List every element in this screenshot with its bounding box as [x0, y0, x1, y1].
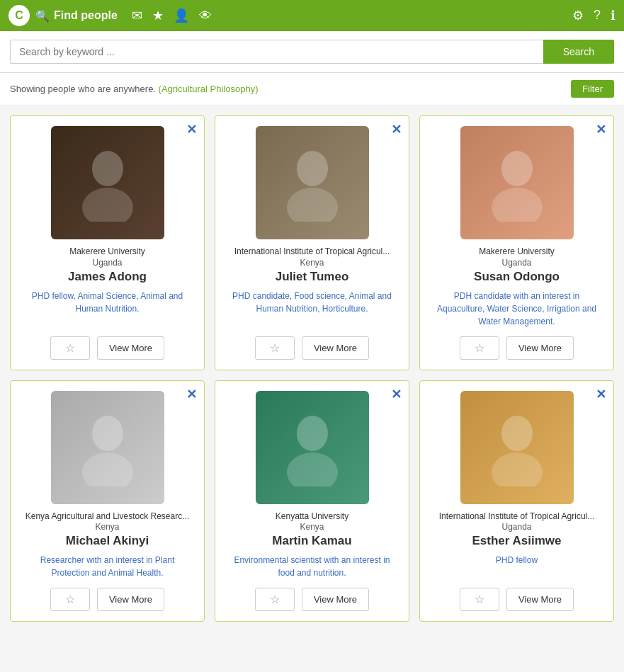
top-nav: C 🔍 Find people ✉ ★ 👤 👁 ⚙ ? ℹ [0, 0, 624, 31]
search-input[interactable] [10, 40, 543, 64]
svg-point-10 [501, 416, 533, 451]
nav-icons: ✉ ★ 👤 👁 [132, 8, 212, 23]
description-james-adong: PHD fellow, Animal Science, Animal and H… [21, 290, 194, 328]
star-button-martin-kamau[interactable]: ☆ [255, 588, 295, 611]
view-more-button-susan-odongo[interactable]: View More [506, 336, 574, 360]
svg-point-1 [82, 188, 133, 222]
institution-michael-akinyi: Kenya Agricultural and Livestock Researc… [25, 511, 189, 523]
filter-button[interactable]: Filter [571, 80, 614, 98]
country-martin-kamau: Kenya [300, 522, 324, 532]
institution-juliet-tumeo: International Institute of Tropical Agri… [234, 246, 390, 258]
close-button-susan-odongo[interactable]: ✕ [596, 123, 606, 136]
country-james-adong: Uganda [92, 258, 122, 268]
avatar-silhouette [79, 144, 136, 222]
institution-susan-odongo: Makerere University [479, 246, 555, 258]
mail-icon[interactable]: ✉ [132, 8, 142, 23]
avatar-silhouette [284, 144, 341, 222]
svg-point-11 [492, 452, 543, 486]
help-icon[interactable]: ? [594, 8, 601, 23]
card-actions-juliet-tumeo: ☆ View More [225, 336, 399, 360]
card-actions-martin-kamau: ☆ View More [225, 588, 399, 611]
institution-james-adong: Makerere University [69, 246, 145, 258]
avatar-susan-odongo [460, 126, 574, 239]
institution-esther-asiimwe: International Institute of Tropical Agri… [439, 511, 594, 523]
search-bar: Search [0, 31, 624, 73]
star-icon[interactable]: ★ [152, 8, 164, 23]
view-more-button-martin-kamau[interactable]: View More [302, 588, 369, 611]
close-button-michael-akinyi[interactable]: ✕ [186, 388, 197, 401]
eye-icon[interactable]: 👁 [199, 8, 212, 23]
country-susan-odongo: Uganda [501, 258, 531, 268]
institution-martin-kamau: Kenyatta University [276, 511, 348, 523]
country-esther-asiimwe: Uganda [501, 522, 531, 532]
close-button-martin-kamau[interactable]: ✕ [391, 388, 402, 401]
avatar-image-juliet-tumeo [256, 126, 369, 239]
star-button-susan-odongo[interactable]: ☆ [460, 336, 499, 360]
name-martin-kamau: Martin Kamau [272, 534, 351, 548]
name-juliet-tumeo: Juliet Tumeo [276, 270, 349, 284]
country-michael-akinyi: Kenya [95, 522, 119, 532]
view-more-button-esther-asiimwe[interactable]: View More [506, 588, 574, 611]
card-james-adong: ✕ Makerere University Uganda James Adong… [10, 115, 205, 370]
svg-point-6 [92, 416, 123, 451]
star-button-michael-akinyi[interactable]: ☆ [50, 588, 90, 611]
avatar-james-adong [51, 126, 164, 239]
svg-point-7 [82, 452, 133, 486]
search-icon-nav: 🔍 [35, 9, 50, 23]
star-button-esther-asiimwe[interactable]: ☆ [460, 588, 499, 611]
card-actions-michael-akinyi: ☆ View More [21, 588, 194, 611]
svg-point-4 [501, 151, 533, 186]
close-button-james-adong[interactable]: ✕ [186, 123, 197, 136]
avatar-silhouette [489, 144, 545, 222]
avatar-image-james-adong [51, 126, 164, 239]
filter-text: Showing people who are anywhere. (Agricu… [10, 84, 564, 94]
view-more-button-juliet-tumeo[interactable]: View More [302, 336, 369, 360]
cards-container: ✕ Makerere University Uganda James Adong… [0, 106, 624, 632]
avatar-silhouette [79, 409, 136, 486]
avatar-image-esther-asiimwe [460, 391, 574, 504]
name-esther-asiimwe: Esther Asiimwe [472, 534, 562, 548]
star-button-juliet-tumeo[interactable]: ☆ [255, 336, 295, 360]
card-actions-susan-odongo: ☆ View More [430, 336, 603, 360]
person-icon[interactable]: 👤 [174, 8, 189, 23]
card-juliet-tumeo: ✕ International Institute of Tropical Ag… [215, 115, 409, 370]
svg-point-8 [297, 416, 328, 451]
svg-point-9 [287, 452, 338, 486]
svg-point-0 [92, 151, 123, 186]
gear-icon[interactable]: ⚙ [572, 8, 584, 23]
avatar-image-susan-odongo [460, 126, 574, 239]
card-michael-akinyi: ✕ Kenya Agricultural and Livestock Resea… [10, 380, 205, 622]
name-susan-odongo: Susan Odongo [474, 270, 560, 284]
info-icon[interactable]: ℹ [611, 8, 616, 23]
svg-point-3 [287, 188, 338, 222]
avatar-silhouette [284, 409, 341, 486]
logo: C [8, 5, 30, 26]
star-button-james-adong[interactable]: ☆ [50, 336, 90, 360]
avatar-michael-akinyi [51, 391, 164, 504]
avatar-image-martin-kamau [256, 391, 369, 504]
card-actions-esther-asiimwe: ☆ View More [430, 588, 603, 611]
avatar-silhouette [489, 409, 545, 486]
country-juliet-tumeo: Kenya [300, 258, 324, 268]
card-actions-james-adong: ☆ View More [21, 336, 194, 360]
right-icons: ⚙ ? ℹ [572, 8, 616, 23]
filter-bar: Showing people who are anywhere. (Agricu… [0, 73, 624, 106]
nav-title: Find people [54, 9, 118, 22]
name-james-adong: James Adong [68, 270, 147, 284]
svg-point-5 [492, 188, 543, 222]
svg-point-2 [297, 151, 328, 186]
view-more-button-michael-akinyi[interactable]: View More [97, 588, 164, 611]
avatar-martin-kamau [256, 391, 369, 504]
close-button-esther-asiimwe[interactable]: ✕ [596, 388, 606, 401]
description-martin-kamau: Environmental scientist with an interest… [225, 554, 399, 579]
filter-highlight: (Agricultural Philosophy) [159, 84, 259, 94]
close-button-juliet-tumeo[interactable]: ✕ [391, 123, 402, 136]
view-more-button-james-adong[interactable]: View More [97, 336, 164, 360]
card-martin-kamau: ✕ Kenyatta University Kenya Martin Kamau… [215, 380, 409, 622]
card-susan-odongo: ✕ Makerere University Uganda Susan Odong… [419, 115, 614, 370]
name-michael-akinyi: Michael Akinyi [66, 534, 149, 548]
description-esther-asiimwe: PHD fellow [496, 554, 538, 579]
avatar-esther-asiimwe [460, 391, 574, 504]
description-juliet-tumeo: PHD candidate, Food science, Animal and … [225, 290, 399, 328]
search-button[interactable]: Search [543, 40, 614, 64]
